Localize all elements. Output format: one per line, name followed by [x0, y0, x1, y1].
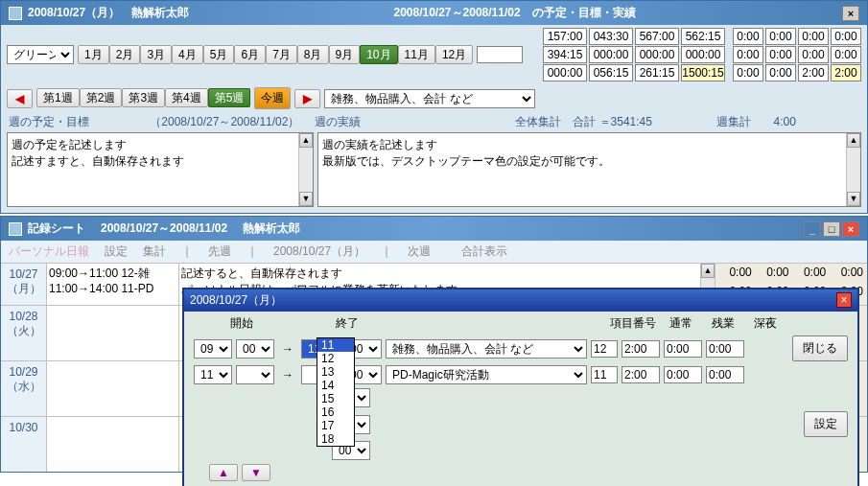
dropdown-option[interactable]: 12 — [317, 352, 354, 365]
month-button-8[interactable]: 8月 — [297, 45, 329, 64]
time-input-l[interactable] — [706, 340, 744, 358]
time-cell: 1500:15 — [681, 64, 725, 81]
dropdown-option[interactable]: 14 — [317, 379, 354, 392]
col-latenight: 深夜 — [744, 315, 786, 332]
time-input-o[interactable] — [664, 366, 702, 383]
menu-item[interactable]: 2008/10/27（月） — [273, 243, 365, 260]
menu-item: ｜ — [381, 243, 392, 260]
menu-item[interactable]: 先週 — [208, 243, 231, 260]
item-number-input[interactable] — [591, 366, 618, 383]
scrollbar[interactable]: ▲▼ — [298, 133, 313, 206]
start-min-select[interactable]: 00 — [236, 339, 274, 359]
start-min-select[interactable] — [236, 365, 274, 384]
title-range: 2008/10/27～2008/11/02 の予定・目標・実績 — [393, 5, 635, 21]
start-hour-select[interactable]: 09 — [194, 339, 232, 359]
menu-item[interactable]: パーソナル日報 — [9, 243, 89, 260]
time-cell: 0:00 — [831, 28, 861, 45]
total-summary: 全体集計 合計 ＝3541:45 — [515, 115, 652, 128]
move-down-button[interactable]: ▼ — [242, 464, 270, 481]
time-cell: 0:00 — [733, 64, 763, 81]
month-button-1[interactable]: 1月 — [78, 45, 109, 64]
this-week-button[interactable]: 今週 — [254, 87, 291, 109]
move-up-button[interactable]: ▲ — [209, 464, 238, 481]
time-cell: 0:00 — [733, 28, 763, 45]
color-select[interactable]: グリーン — [7, 45, 74, 64]
app-icon — [9, 222, 22, 236]
menu-item[interactable]: 合計表示 — [461, 243, 507, 260]
start-hour-select[interactable]: 11 — [194, 365, 232, 384]
month-button-2[interactable]: 2月 — [109, 45, 141, 64]
time-cell: 567:00 — [635, 28, 679, 45]
menu-item[interactable]: 集計 — [143, 243, 166, 260]
time-cell: 261:15 — [635, 64, 679, 81]
dropdown-option[interactable]: 17 — [317, 419, 354, 432]
menu-item: ｜ — [181, 243, 193, 260]
menubar: パーソナル日報設定集計｜先週｜2008/10/27（月）｜次週合計表示 — [1, 241, 867, 263]
week-button-1[interactable]: 第1週 — [36, 88, 80, 107]
result-textarea[interactable]: 週の実績を記述します 最新版では、デスクトップテーマ色の設定が可能です。 ▲▼ — [317, 132, 861, 207]
hour-dropdown-list[interactable]: 1112131415161718 — [317, 337, 355, 447]
day-schedule[interactable] — [47, 306, 179, 360]
month-button-7[interactable]: 7月 — [266, 45, 297, 64]
plan-textarea[interactable]: 週の予定を記述します 記述すますと、自動保存されます ▲▼ — [7, 132, 314, 207]
dropdown-option[interactable]: 18 — [317, 432, 354, 446]
dialog-close-inner-button[interactable]: 閉じる — [792, 336, 848, 361]
day-schedule[interactable] — [47, 417, 179, 472]
day-schedule[interactable]: 09:00→11:00 12-雑11:00→14:00 11-PD — [47, 264, 179, 305]
entry-row: 00設定 — [184, 409, 857, 439]
time-input-o[interactable] — [664, 340, 702, 358]
entry-row: 11→00PD-Magic研究活動 — [184, 363, 857, 386]
arrow-icon: → — [282, 342, 293, 356]
prev-button[interactable]: ◀ — [7, 89, 33, 108]
month-button-12[interactable]: 12月 — [435, 45, 473, 64]
time-input-n[interactable] — [622, 340, 660, 358]
col-overtime: 残業 — [702, 315, 744, 332]
year-input[interactable] — [477, 46, 523, 63]
arrow-icon: → — [282, 368, 293, 382]
week-button-4[interactable]: 第4週 — [165, 88, 208, 107]
month-button-5[interactable]: 5月 — [203, 45, 235, 64]
category-select[interactable]: 雑務、物品購入、会計 など — [324, 89, 535, 108]
scrollbar[interactable]: ▲▼ — [846, 133, 860, 206]
close-button[interactable]: × — [842, 6, 859, 21]
time-input-n[interactable] — [622, 366, 660, 383]
dropdown-option[interactable]: 16 — [317, 405, 354, 419]
entry-dialog: 2008/10/27（月） × 開始 終了 項目番号 通常 残業 深夜 0900… — [182, 288, 859, 486]
month-button-6[interactable]: 6月 — [234, 45, 266, 64]
app-icon — [9, 7, 22, 20]
time-cell: 0:00 — [765, 28, 796, 45]
week-button-5[interactable]: 第5週 — [208, 88, 251, 107]
dropdown-option[interactable]: 15 — [317, 392, 354, 405]
dialog-close-button[interactable]: × — [836, 292, 852, 308]
entry-row: 00 — [184, 386, 857, 409]
dialog-settings-button[interactable]: 設定 — [804, 411, 848, 437]
schedule-window: 2008/10/27（月） 熱解析太郎 2008/10/27～2008/11/0… — [0, 0, 868, 214]
month-button-10[interactable]: 10月 — [360, 45, 397, 64]
week-button-3[interactable]: 第3週 — [122, 88, 165, 107]
week-button-2[interactable]: 第2週 — [80, 88, 123, 107]
item-number-input[interactable] — [591, 340, 618, 358]
item-select[interactable]: PD-Magic研究活動 — [386, 365, 587, 384]
dialog-titlebar: 2008/10/27（月） × — [184, 289, 857, 312]
time-cell: 000:00 — [589, 46, 633, 63]
minimize-button[interactable]: _ — [804, 221, 821, 237]
month-button-11[interactable]: 11月 — [398, 45, 435, 64]
time-cell: 0:00 — [831, 46, 861, 63]
month-button-4[interactable]: 4月 — [172, 45, 203, 64]
menu-item[interactable]: 次週 — [408, 243, 431, 260]
dialog-title: 2008/10/27（月） — [190, 292, 282, 309]
next-button[interactable]: ▶ — [294, 89, 320, 108]
month-button-9[interactable]: 9月 — [329, 45, 361, 64]
menu-item[interactable]: 設定 — [105, 243, 128, 260]
dropdown-option[interactable]: 13 — [317, 365, 354, 379]
time-input-l[interactable] — [706, 366, 744, 383]
maximize-button[interactable]: □ — [823, 221, 840, 237]
item-select[interactable]: 雑務、物品購入、会計 など — [386, 339, 587, 359]
close-button-2[interactable]: × — [842, 221, 859, 237]
month-button-3[interactable]: 3月 — [140, 45, 172, 64]
title-date: 2008/10/27（月） — [28, 5, 120, 21]
title-range-2: 2008/10/27～2008/11/02 — [101, 220, 227, 237]
title-bar: 2008/10/27（月） 熱解析太郎 2008/10/27～2008/11/0… — [1, 1, 867, 25]
day-schedule[interactable] — [47, 361, 179, 416]
dropdown-option[interactable]: 11 — [317, 338, 354, 352]
